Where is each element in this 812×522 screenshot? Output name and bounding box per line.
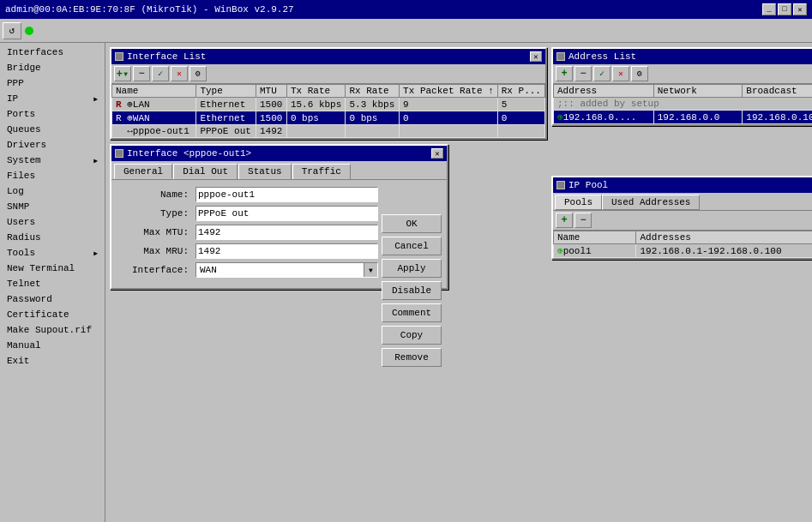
row-type: Ethernet <box>196 98 256 111</box>
remove-button[interactable]: − <box>133 66 150 81</box>
address-list-table: Address Network Broadcast Interface ;:: … <box>553 84 812 124</box>
check-addr-button[interactable]: ✓ <box>593 66 611 81</box>
sidebar-item-users[interactable]: Users <box>0 214 105 230</box>
col-header-rx-p: Rx P... <box>497 85 544 98</box>
connection-status-icon <box>25 27 33 35</box>
sidebar-item-log[interactable]: Log <box>0 183 105 199</box>
ip-pool-title: IP Pool <box>568 180 608 190</box>
interface-list-title-bar[interactable]: Interface List ✕ <box>111 49 545 64</box>
interface-detail-title: Interface <pppoe-out1> <box>127 148 251 159</box>
remove-button[interactable]: Remove <box>382 348 442 367</box>
copy-button[interactable]: Copy <box>382 326 442 345</box>
cancel-button[interactable]: Cancel <box>382 237 442 255</box>
interface-label: Interface: <box>118 265 195 275</box>
address-list-window-icon <box>556 52 565 61</box>
addr-broadcast: 192.168.0.100 <box>743 111 812 124</box>
disable-button[interactable]: Disable <box>382 281 442 300</box>
sidebar-item-manual[interactable]: Manual <box>0 338 105 353</box>
check-button[interactable]: ✓ <box>152 66 169 81</box>
minimize-button[interactable]: _ <box>762 3 776 15</box>
sidebar-item-telnet[interactable]: Telnet <box>0 276 105 291</box>
pool-col-name: Name <box>554 231 636 244</box>
sidebar-item-ppp[interactable]: PPP <box>0 75 105 91</box>
sidebar-item-bridge[interactable]: Bridge <box>0 60 105 75</box>
sidebar-item-tools[interactable]: Tools ▶ <box>0 245 105 261</box>
col-header-mtu: MTU <box>256 85 287 98</box>
comment-button[interactable]: Comment <box>382 303 442 322</box>
cross-button[interactable]: ✕ <box>171 66 188 81</box>
close-button[interactable]: ✕ <box>793 3 807 15</box>
table-row[interactable]: R ⊕LAN Ethernet 1500 15.6 kbps 5.3 kbps … <box>112 98 545 111</box>
sidebar-item-queues[interactable]: Queues <box>0 122 105 137</box>
add-addr-button[interactable]: + <box>556 66 573 81</box>
sidebar-item-system[interactable]: System ▶ <box>0 153 105 168</box>
settings-button[interactable]: ⚙ <box>189 66 207 81</box>
pool-header-row: Name Addresses Next Pool <box>554 231 813 244</box>
add-pool-button[interactable]: + <box>556 213 573 228</box>
pool-name: ⊕pool1 <box>554 244 636 258</box>
cross-addr-button[interactable]: ✕ <box>612 66 629 81</box>
interface-list-table-container: Name Type MTU Tx Rate Rx Rate Tx Packet … <box>111 84 545 138</box>
add-button[interactable]: +▾ <box>114 66 131 81</box>
max-mtu-input[interactable] <box>195 225 378 240</box>
interface-select-value: WAN <box>198 265 219 275</box>
interface-detail-title-bar[interactable]: Interface <pppoe-out1> ✕ <box>111 146 447 161</box>
sidebar-item-snmp[interactable]: SNMP <box>0 199 105 214</box>
max-mtu-field-row: Max MTU: <box>118 225 378 240</box>
col-header-rx-rate: Rx Rate <box>346 85 400 98</box>
max-mru-input[interactable] <box>195 243 378 259</box>
remove-pool-button[interactable]: − <box>574 213 592 228</box>
sidebar-item-ip[interactable]: IP ▶ <box>0 91 105 106</box>
sidebar-item-ports[interactable]: Ports <box>0 106 105 122</box>
interface-select[interactable]: WAN ▼ <box>195 262 378 278</box>
tab-traffic[interactable]: Traffic <box>292 164 351 179</box>
table-row[interactable]: ⊕192.168.0.... 192.168.0.0 192.168.0.100… <box>554 111 813 124</box>
maximize-button[interactable]: □ <box>778 3 791 15</box>
sidebar-item-interfaces[interactable]: Interfaces <box>0 45 105 60</box>
ip-arrow-icon: ▶ <box>93 95 98 103</box>
tab-dial-out[interactable]: Dial Out <box>173 164 238 179</box>
ip-pool-title-bar[interactable]: IP Pool ✕ <box>553 177 812 193</box>
addr-col-broadcast: Broadcast <box>743 85 812 98</box>
interface-select-arrow-icon[interactable]: ▼ <box>364 263 377 277</box>
addr-col-address: Address <box>554 85 654 98</box>
sidebar-item-certificate[interactable]: Certificate <box>0 307 105 322</box>
ip-pool-window-icon <box>556 181 565 189</box>
sidebar-item-make-supout[interactable]: Make Supout.rif <box>0 322 105 338</box>
interface-list-window-icon <box>115 52 123 61</box>
row-rx-rate: 0 bps <box>346 111 400 125</box>
table-row[interactable]: ;:: added by setup <box>554 98 813 111</box>
tab-status[interactable]: Status <box>238 164 292 179</box>
title-text: admin@00:0A:EB:9E:70:8F (MikroTik) - Win… <box>5 4 294 15</box>
sidebar-item-new-terminal[interactable]: New Terminal <box>0 261 105 276</box>
ok-button[interactable]: OK <box>382 214 442 233</box>
address-list-window: Address List ✕ + − ✓ ✕ ⚙ Address Network <box>551 47 812 126</box>
interface-field-row: Interface: WAN ▼ <box>118 262 378 278</box>
sidebar-item-files[interactable]: Files <box>0 168 105 183</box>
refresh-button[interactable]: ↺ <box>3 22 21 39</box>
sidebar-item-password[interactable]: Password <box>0 291 105 307</box>
name-input[interactable] <box>195 187 378 202</box>
tab-general[interactable]: General <box>114 164 172 179</box>
ip-pool-toolbar: + − <box>553 210 812 231</box>
interface-detail-close-button[interactable]: ✕ <box>431 148 443 159</box>
interface-detail-buttons: OK Cancel Apply Disable Comment Copy Rem… <box>382 214 442 367</box>
address-list-table-container: Address Network Broadcast Interface ;:: … <box>553 84 812 124</box>
ip-pool-tabs: Pools Used Addresses <box>553 193 812 210</box>
max-mru-label: Max MRU: <box>118 246 195 256</box>
sidebar-item-drivers[interactable]: Drivers <box>0 137 105 153</box>
sidebar-item-exit[interactable]: Exit <box>0 353 105 369</box>
table-row[interactable]: R ⊕WAN Ethernet 1500 0 bps 0 bps 0 0 <box>112 111 545 125</box>
settings-addr-button[interactable]: ⚙ <box>631 66 648 81</box>
table-row[interactable]: ⊕pool1 192.168.0.1-192.168.0.100 <box>554 244 813 258</box>
tab-pools[interactable]: Pools <box>555 195 602 210</box>
remove-addr-button[interactable]: − <box>574 66 592 81</box>
apply-button[interactable]: Apply <box>382 259 442 278</box>
table-row[interactable]: ↔pppoe-out1 PPPoE out 1492 <box>112 125 545 138</box>
address-list-title-bar[interactable]: Address List ✕ <box>553 49 812 64</box>
interface-list-close-button[interactable]: ✕ <box>530 51 542 62</box>
row-tx-pkt: 0 <box>400 111 498 125</box>
title-bar: admin@00:0A:EB:9E:70:8F (MikroTik) - Win… <box>0 0 812 19</box>
sidebar-item-radius[interactable]: Radius <box>0 230 105 245</box>
tab-used-addresses[interactable]: Used Addresses <box>602 195 700 210</box>
